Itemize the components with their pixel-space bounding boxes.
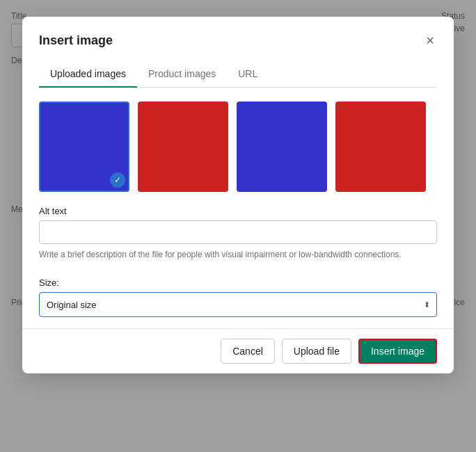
tabs-bar: Uploaded images Product images URL	[39, 61, 437, 88]
insert-image-modal: Insert image × Uploaded images Product i…	[22, 17, 454, 373]
upload-file-button[interactable]: Upload file	[282, 339, 351, 364]
alt-text-section: Alt text Write a brief description of th…	[22, 206, 454, 272]
tab-uploaded-images[interactable]: Uploaded images	[39, 61, 137, 88]
selected-check-icon: ✓	[110, 172, 125, 188]
modal-title: Insert image	[39, 33, 113, 48]
modal-header: Insert image ×	[22, 17, 454, 50]
close-button[interactable]: ×	[423, 31, 437, 50]
cancel-button[interactable]: Cancel	[221, 339, 275, 364]
image-item-4[interactable]	[335, 102, 426, 192]
modal-overlay: Insert image × Uploaded images Product i…	[0, 0, 476, 452]
alt-text-label: Alt text	[39, 206, 437, 216]
image-thumb-2	[138, 102, 228, 192]
tab-product-images[interactable]: Product images	[137, 61, 227, 88]
modal-footer: Cancel Upload file Insert image	[22, 328, 454, 373]
size-select[interactable]: Original size Small Medium Large	[39, 292, 437, 317]
image-thumb-3	[237, 102, 327, 192]
size-section: Size: Original size Small Medium Large ⬍	[22, 272, 454, 328]
image-item-2[interactable]	[138, 102, 228, 192]
size-select-wrapper: Original size Small Medium Large ⬍	[39, 292, 437, 317]
image-item-1[interactable]: ✓	[39, 102, 129, 192]
insert-image-button[interactable]: Insert image	[358, 339, 437, 364]
alt-text-input[interactable]	[39, 220, 437, 244]
images-grid: ✓	[22, 88, 454, 206]
alt-text-hint: Write a brief description of the file fo…	[39, 248, 437, 261]
size-label: Size:	[39, 277, 437, 288]
tab-url[interactable]: URL	[227, 61, 269, 88]
image-item-3[interactable]	[237, 102, 327, 192]
image-thumb-4	[335, 102, 426, 192]
